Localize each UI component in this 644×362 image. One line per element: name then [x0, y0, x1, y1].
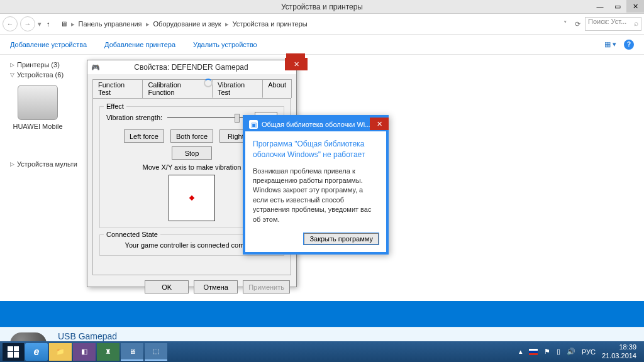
add-printer-link[interactable]: Добавление принтера — [104, 41, 175, 48]
refresh-icon[interactable]: ⟳ — [572, 20, 582, 28]
taskbar-explorer[interactable]: 📁 — [49, 343, 72, 361]
command-bar: Добавление устройства Добавление принтер… — [0, 35, 644, 55]
taskbar-ie[interactable]: e — [25, 343, 48, 361]
error-close-button[interactable]: ✕ — [370, 118, 389, 130]
flag-icon[interactable] — [529, 349, 538, 355]
minimize-button[interactable]: — — [591, 0, 609, 13]
taskbar: e 📁 ◧ ♜ 🖥 ⬚ ▴ ⚑ ▯ 🔊 РУС 18:39 21.03.2014 — [0, 341, 644, 362]
ok-button[interactable]: OK — [145, 280, 189, 293]
dialog-titlebar[interactable]: 🎮 Свойства: DEFENDER Gamepad ? ✕ — [87, 60, 296, 74]
tab-calibration[interactable]: Calibration Function — [142, 79, 213, 98]
back-button[interactable]: ← — [3, 16, 18, 31]
details-title: USB Gamepad — [58, 331, 161, 341]
effect-legend: Effect — [104, 102, 126, 110]
error-dialog: ▣ Общая библиотека оболочки Wi... ✕ Прог… — [243, 115, 389, 255]
stop-button[interactable]: Stop — [172, 146, 212, 160]
dialog-title: Свойства: DEFENDER Gamepad — [104, 63, 279, 72]
breadcrumb[interactable]: 🖥▸ Панель управления▸ Оборудование и зву… — [55, 20, 559, 28]
left-force-button[interactable]: Left force — [124, 129, 164, 143]
vibration-strength-label: Vibration strength: — [106, 114, 162, 121]
up-button[interactable]: ↑ — [44, 20, 53, 28]
tab-about[interactable]: About — [262, 79, 292, 98]
taskbar-app2[interactable]: ♜ — [97, 343, 119, 361]
start-button[interactable] — [3, 343, 24, 361]
error-title: Общая библиотека оболочки Wi... — [262, 121, 382, 128]
window-title: Устройства и принтеры — [281, 3, 363, 11]
tab-function-test[interactable]: Function Test — [92, 79, 143, 98]
dialog-icon: 🎮 — [91, 63, 100, 72]
search-input[interactable]: Поиск: Уст... — [585, 17, 641, 31]
error-body-text: Возникшая проблема привела к прекращению… — [253, 167, 379, 224]
history-dropdown-icon[interactable]: ▾ — [38, 20, 42, 28]
windows-logo-icon — [8, 346, 19, 358]
clock[interactable]: 18:39 21.03.2014 — [602, 343, 636, 359]
breadcrumb-item[interactable]: Панель управления — [79, 20, 142, 28]
taskbar-app3[interactable]: ⬚ — [145, 343, 167, 361]
xy-pad[interactable] — [169, 175, 215, 221]
taskbar-control-panel[interactable]: 🖥 — [121, 343, 143, 361]
tray-up-icon[interactable]: ▴ — [519, 348, 523, 356]
window-titlebar: Устройства и принтеры — ▭ ✕ — [0, 0, 644, 14]
breadcrumb-icon: 🖥 — [60, 20, 67, 28]
loading-spinner-icon — [204, 79, 213, 87]
slider-thumb[interactable] — [235, 114, 240, 123]
tab-vibration[interactable]: Vibration Test — [212, 79, 263, 98]
action-center-icon[interactable]: ⚑ — [544, 348, 550, 356]
error-titlebar[interactable]: ▣ Общая библиотека оболочки Wi... ✕ — [245, 118, 386, 131]
connected-state-legend: Connected State — [104, 231, 160, 238]
language-indicator[interactable]: РУС — [582, 348, 596, 356]
cancel-button[interactable]: Отмена — [194, 280, 238, 293]
breadcrumb-item[interactable]: Оборудование и звук — [153, 20, 221, 28]
tab-strip: Function Test Calibration Function Vibra… — [87, 74, 296, 98]
view-options-icon[interactable]: ▦ ▾ — [604, 40, 616, 48]
help-icon[interactable]: ? — [624, 40, 634, 50]
forward-button[interactable]: → — [20, 16, 35, 31]
remove-device-link[interactable]: Удалить устройство — [193, 41, 257, 48]
both-force-button[interactable]: Both force — [170, 129, 213, 143]
program-icon: ▣ — [249, 120, 258, 129]
network-icon[interactable]: ▯ — [557, 348, 560, 356]
dialog-close-button[interactable]: ✕ — [285, 58, 308, 70]
taskbar-app[interactable]: ◧ — [73, 343, 96, 361]
xy-cursor-icon — [189, 195, 194, 200]
navigation-bar: ← → ▾ ↑ 🖥▸ Панель управления▸ Оборудован… — [0, 14, 644, 35]
error-heading: Программа "Общая библиотека оболочки Win… — [253, 139, 379, 160]
apply-button[interactable]: Применить — [243, 280, 290, 293]
close-button[interactable]: ✕ — [626, 0, 644, 13]
device-icon — [18, 85, 58, 120]
breadcrumb-item[interactable]: Устройства и принтеры — [233, 20, 308, 28]
breadcrumb-dropdown-icon[interactable]: ˅ — [561, 20, 570, 28]
system-tray: ▴ ⚑ ▯ 🔊 РУС 18:39 21.03.2014 — [519, 343, 641, 359]
volume-icon[interactable]: 🔊 — [567, 348, 575, 356]
maximize-button[interactable]: ▭ — [609, 0, 626, 13]
close-program-button[interactable]: Закрыть программу — [304, 233, 379, 244]
add-device-link[interactable]: Добавление устройства — [10, 41, 87, 48]
vibration-slider[interactable] — [167, 117, 250, 118]
device-item-huawei[interactable]: HUAWEI Mobile — [10, 85, 65, 130]
